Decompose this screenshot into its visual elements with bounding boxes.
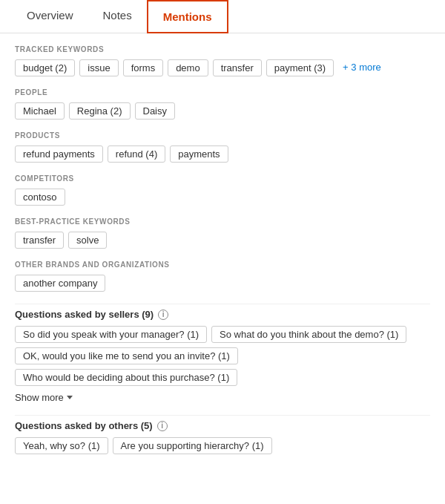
- divider-1: [15, 304, 430, 304]
- people-tags: Michael Regina (2) Daisy: [15, 102, 430, 120]
- tag-refund-payments[interactable]: refund payments: [15, 145, 103, 163]
- show-more-keywords[interactable]: + 3 more: [338, 59, 386, 76]
- questions-sellers-header: Questions asked by sellers (9) i: [15, 309, 430, 320]
- tag-payment[interactable]: payment (3): [266, 59, 334, 76]
- questions-sellers-tags: So did you speak with your manager? (1) …: [15, 326, 430, 386]
- tag-payments[interactable]: payments: [170, 145, 228, 163]
- tag-regina[interactable]: Regina (2): [69, 102, 131, 120]
- tag-demo[interactable]: demo: [168, 59, 208, 76]
- section-other-brands: OTHER BRANDS AND ORGANIZATIONS another c…: [15, 261, 430, 292]
- products-label: PRODUCTS: [15, 131, 430, 140]
- questions-sellers-title: Questions asked by sellers (9): [15, 309, 154, 320]
- products-tags: refund payments refund (4) payments: [15, 145, 430, 163]
- mentions-content: TRACKED KEYWORDS budget (2) issue forms …: [0, 33, 445, 478]
- tab-bar: Overview Notes Mentions: [0, 0, 445, 33]
- tag-budget[interactable]: budget (2): [15, 59, 75, 76]
- tag-forms[interactable]: forms: [123, 59, 164, 76]
- other-brands-tags: another company: [15, 275, 430, 292]
- section-questions-sellers: Questions asked by sellers (9) i So did …: [15, 309, 430, 403]
- tag-michael[interactable]: Michael: [15, 102, 65, 120]
- section-best-practice: BEST-PRACTICE KEYWORDS transfer solve: [15, 217, 430, 249]
- divider-2: [15, 415, 430, 416]
- tab-overview[interactable]: Overview: [12, 0, 88, 33]
- tag-contoso[interactable]: contoso: [15, 189, 65, 206]
- competitors-label: COMPETITORS: [15, 174, 430, 183]
- tag-q-seller-1[interactable]: So what do you think about the demo? (1): [211, 326, 406, 343]
- tag-another-company[interactable]: another company: [15, 275, 105, 292]
- tag-q-other-0[interactable]: Yeah, why so? (1): [15, 437, 108, 454]
- show-more-label: Show more: [15, 392, 64, 403]
- tracked-keywords-tags: budget (2) issue forms demo transfer pay…: [15, 59, 430, 76]
- tag-q-seller-3[interactable]: Who would be deciding about this purchas…: [15, 369, 237, 386]
- section-people: PEOPLE Michael Regina (2) Daisy: [15, 88, 430, 120]
- tag-bp-solve[interactable]: solve: [68, 232, 107, 249]
- other-brands-label: OTHER BRANDS AND ORGANIZATIONS: [15, 261, 430, 269]
- tag-q-seller-2[interactable]: OK, would you like me to send you an inv…: [15, 347, 238, 364]
- best-practice-tags: transfer solve: [15, 232, 430, 249]
- tag-issue[interactable]: issue: [79, 59, 118, 76]
- tag-q-other-1[interactable]: Are you supporting hierarchy? (1): [113, 437, 272, 454]
- section-products: PRODUCTS refund payments refund (4) paym…: [15, 131, 430, 163]
- section-competitors: COMPETITORS contoso: [15, 174, 430, 206]
- section-questions-others: Questions asked by others (5) i Yeah, wh…: [15, 420, 430, 454]
- people-label: PEOPLE: [15, 88, 430, 96]
- tag-daisy[interactable]: Daisy: [135, 102, 176, 120]
- show-more-button[interactable]: Show more: [15, 392, 430, 403]
- chevron-down-icon: [67, 396, 73, 399]
- questions-others-header: Questions asked by others (5) i: [15, 420, 430, 431]
- questions-sellers-info-icon[interactable]: i: [158, 310, 168, 320]
- tab-notes[interactable]: Notes: [88, 0, 147, 33]
- section-tracked-keywords: TRACKED KEYWORDS budget (2) issue forms …: [15, 45, 430, 76]
- questions-others-title: Questions asked by others (5): [15, 420, 153, 431]
- questions-others-tags: Yeah, why so? (1) Are you supporting hie…: [15, 437, 430, 454]
- tag-refund[interactable]: refund (4): [108, 145, 165, 163]
- best-practice-label: BEST-PRACTICE KEYWORDS: [15, 217, 430, 226]
- competitors-tags: contoso: [15, 189, 430, 206]
- tracked-keywords-label: TRACKED KEYWORDS: [15, 45, 430, 53]
- tag-transfer[interactable]: transfer: [213, 59, 262, 76]
- questions-others-info-icon[interactable]: i: [157, 421, 168, 431]
- tag-bp-transfer[interactable]: transfer: [15, 232, 64, 249]
- tag-q-seller-0[interactable]: So did you speak with your manager? (1): [15, 326, 207, 343]
- tab-mentions[interactable]: Mentions: [147, 0, 228, 33]
